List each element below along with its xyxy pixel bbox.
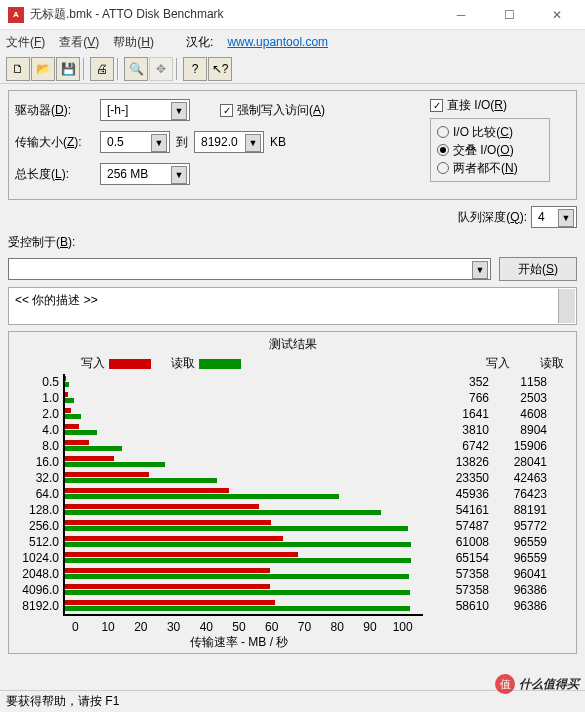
write-value: 766: [431, 390, 489, 406]
read-bar: [65, 606, 410, 611]
help-icon[interactable]: ?: [183, 57, 207, 81]
write-value: 65154: [431, 550, 489, 566]
bar-row: [65, 566, 423, 582]
y-tick: 2048.0: [15, 566, 59, 582]
transfer-unit: KB: [270, 135, 286, 149]
x-axis-label: 传输速率 - MB / 秒: [11, 634, 419, 651]
watermark-icon: 值: [495, 674, 515, 694]
localize-link[interactable]: www.upantool.com: [227, 35, 328, 49]
read-value: 42463: [489, 470, 547, 486]
read-bar: [65, 510, 381, 515]
transfer-from-select[interactable]: 0.5: [100, 131, 170, 153]
write-bar: [65, 408, 71, 413]
controlled-by-select[interactable]: [8, 258, 491, 280]
read-bar: [65, 430, 97, 435]
write-bar: [65, 392, 68, 397]
bar-row: [65, 518, 423, 534]
write-value: 45936: [431, 486, 489, 502]
print-icon[interactable]: 🖨: [90, 57, 114, 81]
write-bar: [65, 488, 229, 493]
radio-neither[interactable]: 两者都不(N): [437, 159, 543, 177]
x-tick: 50: [223, 620, 256, 634]
zoom-icon[interactable]: 🔍: [124, 57, 148, 81]
write-bar: [65, 584, 270, 589]
y-tick: 512.0: [15, 534, 59, 550]
context-help-icon[interactable]: ↖?: [208, 57, 232, 81]
read-value: 76423: [489, 486, 547, 502]
write-bar: [65, 536, 283, 541]
read-value: 96559: [489, 534, 547, 550]
maximize-button[interactable]: ☐: [489, 1, 529, 29]
menu-help[interactable]: 帮助(H): [113, 34, 154, 51]
read-value: 95772: [489, 518, 547, 534]
write-bar: [65, 600, 275, 605]
write-bar: [65, 568, 270, 573]
menubar: 文件(F) 查看(V) 帮助(H) 汉化: www.upantool.com: [0, 30, 585, 54]
radio-compare[interactable]: I/O 比较(C): [437, 123, 543, 141]
minimize-button[interactable]: ─: [441, 1, 481, 29]
y-tick: 1024.0: [15, 550, 59, 566]
write-bar: [65, 440, 89, 445]
window-title: 无标题.bmk - ATTO Disk Benchmark: [30, 6, 441, 23]
bar-row: [65, 406, 423, 422]
drive-label: 驱动器(D):: [15, 102, 100, 119]
radio-overlap[interactable]: 交叠 I/O(O): [437, 141, 543, 159]
bar-row: [65, 486, 423, 502]
read-bar: [65, 526, 408, 531]
force-write-checkbox[interactable]: ✓ 强制写入访问(A): [220, 102, 325, 119]
y-tick: 128.0: [15, 502, 59, 518]
write-value: 57358: [431, 582, 489, 598]
move-icon[interactable]: ✥: [149, 57, 173, 81]
menu-file[interactable]: 文件(F): [6, 34, 45, 51]
read-bar: [65, 462, 165, 467]
y-tick: 1.0: [15, 390, 59, 406]
queue-depth-select[interactable]: 4: [531, 206, 577, 228]
transfer-label: 传输大小(Z):: [15, 134, 100, 151]
new-icon[interactable]: 🗋: [6, 57, 30, 81]
length-label: 总长度(L):: [15, 166, 100, 183]
save-icon[interactable]: 💾: [56, 57, 80, 81]
x-tick: 0: [59, 620, 92, 634]
write-value: 57358: [431, 566, 489, 582]
transfer-to-select[interactable]: 8192.0: [194, 131, 264, 153]
x-tick: 100: [386, 620, 419, 634]
write-value: 3810: [431, 422, 489, 438]
y-tick: 16.0: [15, 454, 59, 470]
settings-panel: 驱动器(D): [-h-] ✓ 强制写入访问(A) 传输大小(Z): 0.5 到…: [8, 90, 577, 200]
length-select[interactable]: 256 MB: [100, 163, 190, 185]
read-bar: [65, 382, 69, 387]
results-title: 测试结果: [11, 334, 574, 355]
bar-row: [65, 470, 423, 486]
toolbar: 🗋 📂 💾 🖨 🔍 ✥ ? ↖?: [0, 54, 585, 84]
drive-select[interactable]: [-h-]: [100, 99, 190, 121]
description-box[interactable]: << 你的描述 >>: [8, 287, 577, 325]
x-axis: 0102030405060708090100: [11, 620, 419, 634]
legend-row: 写入 读取 写入 读取: [11, 355, 574, 374]
y-tick: 0.5: [15, 374, 59, 390]
y-tick: 64.0: [15, 486, 59, 502]
direct-io-checkbox[interactable]: ✓ 直接 I/O(R): [430, 97, 507, 114]
x-tick: 30: [157, 620, 190, 634]
start-button[interactable]: 开始(S): [499, 257, 577, 281]
close-button[interactable]: ✕: [537, 1, 577, 29]
write-value: 6742: [431, 438, 489, 454]
queue-row: 队列深度(Q): 4: [0, 206, 585, 234]
read-bar: [65, 446, 122, 451]
y-tick: 256.0: [15, 518, 59, 534]
col-write-header: 写入: [486, 355, 510, 372]
io-mode-radio-group: I/O 比较(C) 交叠 I/O(O) 两者都不(N): [430, 118, 550, 182]
open-icon[interactable]: 📂: [31, 57, 55, 81]
y-tick: 8192.0: [15, 598, 59, 614]
bar-row: [65, 374, 423, 390]
control-row: 受控制于(B):: [0, 234, 585, 257]
read-bar: [65, 478, 217, 483]
bar-row: [65, 598, 423, 614]
bar-row: [65, 390, 423, 406]
y-tick: 32.0: [15, 470, 59, 486]
menu-view[interactable]: 查看(V): [59, 34, 99, 51]
description-text: << 你的描述 >>: [15, 293, 98, 307]
read-bar: [65, 574, 409, 579]
legend-write: 写入: [81, 355, 151, 372]
read-bar: [65, 558, 411, 563]
read-value: 4608: [489, 406, 547, 422]
